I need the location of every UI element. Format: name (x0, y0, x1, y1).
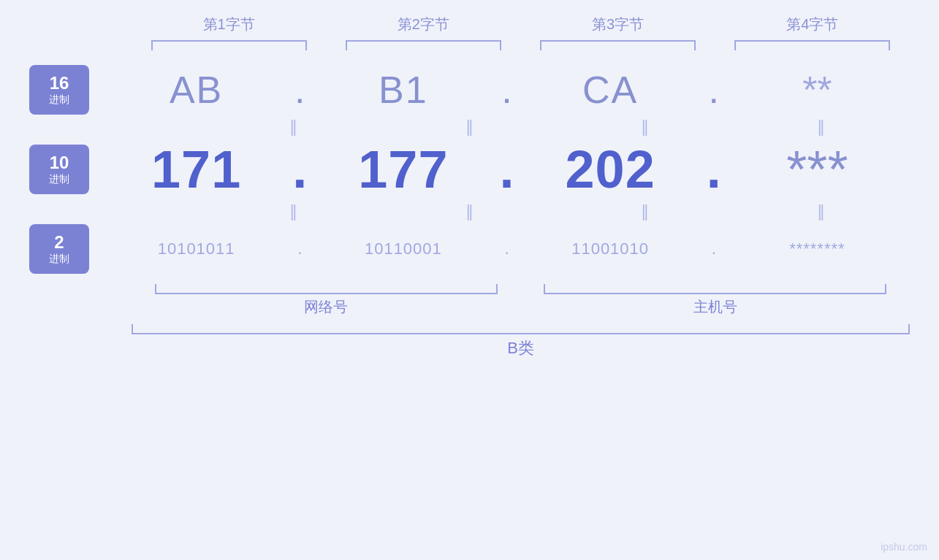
equals-row-2: ‖ ‖ ‖ ‖ (132, 202, 910, 221)
watermark: ipshu.com (881, 541, 927, 553)
equals-spacer-2 (132, 202, 191, 221)
binary-val-3: 11001010 (518, 239, 703, 258)
binary-dot-3: . (703, 239, 725, 258)
class-label-row: B类 (132, 337, 910, 359)
hex-dot-1: . (289, 68, 311, 112)
equals-row-1: ‖ ‖ ‖ ‖ (132, 118, 910, 137)
decimal-row: 10 进制 171 . 177 . 202 . *** (29, 139, 910, 199)
binary-dot-1: . (289, 239, 311, 258)
equals-8: ‖ (734, 202, 910, 221)
decimal-dot-1: . (289, 139, 311, 199)
decimal-badge: 10 进制 (29, 145, 89, 194)
binary-badge: 2 进制 (29, 224, 89, 274)
bracket-top-1 (151, 40, 307, 50)
bracket-top-2 (346, 40, 501, 50)
binary-badge-text: 进制 (49, 253, 69, 265)
binary-val-1: 10101011 (104, 239, 289, 258)
decimal-val-2: 177 (311, 139, 495, 199)
byte-label-3: 第3字节 (521, 15, 715, 34)
byte-label-1: 第1字节 (132, 15, 326, 34)
class-label: B类 (507, 339, 534, 357)
hex-dot-2: . (496, 68, 518, 112)
bracket-cell-4 (715, 40, 910, 50)
binary-badge-num: 2 (54, 233, 64, 252)
hex-badge: 16 进制 (29, 65, 89, 115)
decimal-badge-text: 进制 (49, 173, 69, 185)
hex-values-row: AB . B1 . CA . ** (104, 68, 910, 112)
host-label: 主机号 (521, 297, 911, 317)
byte-label-2: 第2字节 (326, 15, 520, 34)
bracket-top-3 (540, 40, 696, 50)
network-bracket-wrap (132, 284, 521, 294)
equals-3: ‖ (558, 118, 734, 137)
host-bracket (544, 284, 886, 294)
network-label: 网络号 (132, 297, 521, 317)
host-bracket-wrap (521, 284, 911, 294)
network-bracket (155, 284, 498, 294)
equals-spacer-1 (132, 118, 191, 137)
equals-7: ‖ (558, 202, 734, 221)
decimal-dot-2: . (496, 139, 518, 199)
hex-badge-text: 进制 (49, 93, 69, 106)
class-bracket-row (132, 324, 910, 334)
decimal-dot-3: . (703, 139, 725, 199)
hex-dot-3: . (703, 68, 725, 112)
class-bracket (132, 324, 910, 334)
hex-val-3: CA (518, 68, 703, 112)
hex-val-1: AB (104, 68, 289, 112)
binary-values-row: 10101011 . 10110001 . 11001010 . *******… (104, 239, 910, 258)
hex-val-4: ** (725, 68, 910, 112)
equals-5: ‖ (206, 202, 382, 221)
decimal-val-4: *** (725, 139, 910, 199)
decimal-badge-num: 10 (50, 153, 69, 172)
binary-val-4: ******** (725, 239, 910, 258)
network-host-labels: 网络号 主机号 (132, 297, 910, 317)
binary-val-2: 10110001 (311, 239, 495, 258)
main-container: 第1字节 第2字节 第3字节 第4字节 16 进制 AB . (0, 0, 939, 560)
equals-2: ‖ (382, 118, 558, 137)
bracket-cell-3 (521, 40, 715, 50)
hex-val-2: B1 (311, 68, 495, 112)
top-brackets-row (132, 40, 910, 50)
decimal-val-1: 171 (104, 139, 289, 199)
equals-1: ‖ (206, 118, 382, 137)
equals-4: ‖ (734, 118, 910, 137)
decimal-val-3: 202 (518, 139, 703, 199)
byte-label-4: 第4字节 (715, 15, 910, 34)
bracket-cell-1 (132, 40, 326, 50)
bracket-cell-2 (326, 40, 520, 50)
hex-row: 16 进制 AB . B1 . CA . ** (29, 65, 910, 115)
hex-badge-num: 16 (50, 74, 69, 93)
byte-labels-row: 第1字节 第2字节 第3字节 第4字节 (132, 15, 910, 34)
decimal-values-row: 171 . 177 . 202 . *** (104, 139, 910, 199)
equals-6: ‖ (382, 202, 558, 221)
binary-row: 2 进制 10101011 . 10110001 . 11001010 . (29, 224, 910, 274)
binary-dot-2: . (496, 239, 518, 258)
bracket-top-4 (734, 40, 890, 50)
bottom-brackets-container (132, 284, 910, 294)
